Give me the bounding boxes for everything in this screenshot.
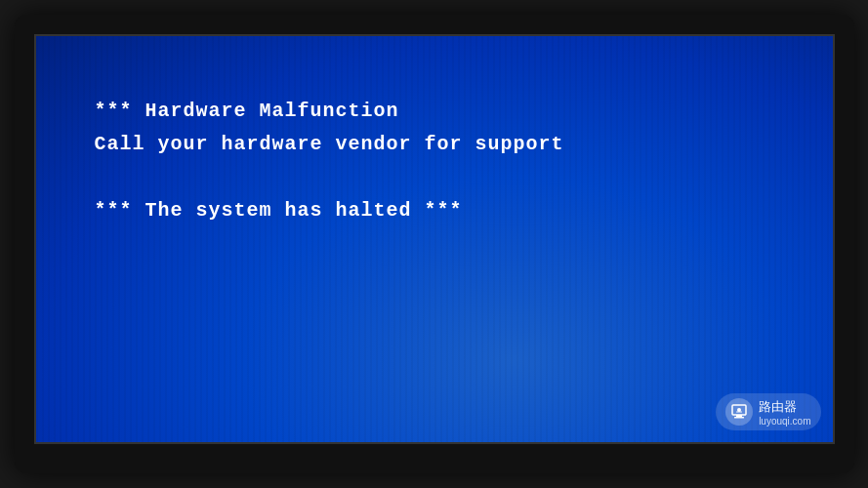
svg-rect-4 (736, 412, 742, 413)
svg-rect-2 (734, 417, 744, 419)
watermark-url: luyouqi.com (759, 416, 810, 427)
watermark-text-block: 路由器 luyouqi.com (759, 397, 810, 427)
svg-point-3 (737, 408, 741, 412)
error-text-block: *** Hardware Malfunction Call your hardw… (95, 95, 794, 227)
monitor-frame: *** Hardware Malfunction Call your hardw… (15, 15, 854, 473)
line-1: *** Hardware Malfunction (95, 95, 794, 128)
watermark-brand: 路由器 (759, 399, 797, 414)
line-2: Call your hardware vendor for support (95, 128, 794, 161)
line-blank (95, 161, 794, 194)
line-4: *** The system has halted *** (95, 194, 794, 227)
bsod-screen: *** Hardware Malfunction Call your hardw… (34, 34, 835, 444)
watermark-badge: 路由器 luyouqi.com (716, 393, 820, 430)
watermark-icon (725, 398, 753, 426)
svg-rect-1 (736, 415, 742, 417)
